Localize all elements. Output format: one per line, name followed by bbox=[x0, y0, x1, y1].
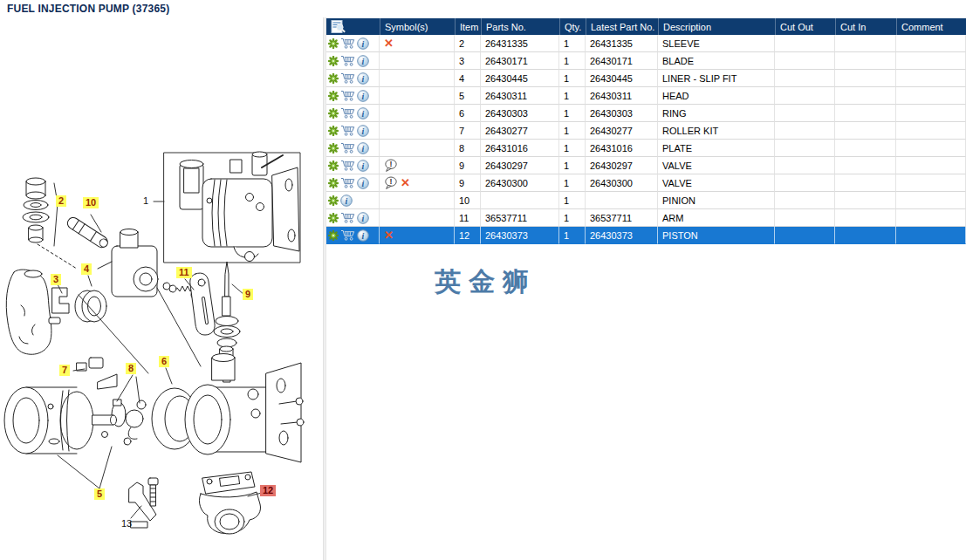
cell-cut-out bbox=[775, 105, 835, 122]
table-row[interactable]: i✕226431335126431335SLEEVE bbox=[326, 35, 966, 52]
info-icon[interactable]: i bbox=[357, 229, 369, 242]
column-header-latest-part-no-[interactable]: Latest Part No. bbox=[586, 18, 658, 35]
cell-parts-no: 26430445 bbox=[481, 70, 559, 87]
gear-icon[interactable] bbox=[328, 213, 339, 223]
column-header-item[interactable]: Item bbox=[455, 18, 481, 35]
diagram-callout-4[interactable]: 4 bbox=[81, 263, 92, 275]
diagram-callout-7[interactable]: 7 bbox=[59, 365, 70, 376]
info-icon[interactable]: i bbox=[357, 177, 369, 189]
cell-parts-no: 26430373 bbox=[481, 227, 559, 244]
gear-icon[interactable] bbox=[328, 143, 339, 154]
details-doc-magnifier-icon bbox=[331, 20, 346, 33]
cell-parts-no bbox=[481, 192, 559, 209]
cell-cut-in bbox=[835, 227, 896, 244]
gear-icon[interactable] bbox=[328, 56, 339, 66]
cell-symbols bbox=[380, 70, 455, 87]
table-row[interactable]: i !✕926430300126430300VALVE bbox=[326, 174, 966, 192]
svg-text:i: i bbox=[362, 108, 365, 118]
table-row[interactable]: i !926430297126430297VALVE bbox=[326, 157, 966, 174]
cell-latest-part-no: 26430445 bbox=[586, 70, 658, 87]
cart-icon[interactable] bbox=[340, 90, 355, 101]
cart-icon[interactable] bbox=[340, 125, 355, 136]
cell-comment bbox=[896, 122, 966, 140]
diagram-callout-5[interactable]: 5 bbox=[94, 488, 105, 500]
info-icon[interactable]: i bbox=[357, 38, 369, 50]
info-icon[interactable]: i bbox=[357, 212, 369, 224]
cart-icon[interactable] bbox=[340, 229, 355, 241]
cart-icon[interactable] bbox=[340, 212, 355, 223]
column-header-details[interactable] bbox=[326, 18, 380, 35]
column-header-symbol-s-[interactable]: Symbol(s) bbox=[380, 18, 455, 35]
diagram-callout-10[interactable]: 10 bbox=[83, 197, 99, 208]
gear-icon[interactable] bbox=[328, 73, 339, 84]
cell-item: 6 bbox=[455, 105, 481, 122]
gear-icon[interactable] bbox=[328, 126, 339, 136]
info-icon[interactable]: i bbox=[357, 90, 369, 102]
table-row[interactable]: i✕1226430373126430373PISTON bbox=[326, 227, 966, 244]
column-header-cut-out[interactable]: Cut Out bbox=[775, 18, 835, 35]
cart-icon[interactable] bbox=[340, 55, 355, 66]
info-icon[interactable]: i bbox=[357, 125, 369, 137]
table-row[interactable]: i826431016126431016PLATE bbox=[326, 140, 966, 157]
cell-symbols bbox=[380, 140, 455, 157]
gear-icon[interactable] bbox=[328, 178, 339, 188]
info-icon[interactable]: i bbox=[357, 142, 369, 154]
cart-icon[interactable] bbox=[340, 142, 355, 154]
cell-description: ROLLER KIT bbox=[658, 122, 775, 140]
info-icon[interactable]: i bbox=[357, 55, 369, 67]
cell-parts-no: 36537711 bbox=[481, 209, 559, 227]
cell-cut-in bbox=[835, 105, 896, 122]
row-action-icons: i bbox=[326, 140, 380, 157]
column-header-qty-[interactable]: Qty. bbox=[559, 18, 586, 35]
table-row[interactable]: i526430311126430311HEAD bbox=[326, 87, 966, 105]
column-header-description[interactable]: Description bbox=[658, 18, 775, 35]
table-row[interactable]: i726430277126430277ROLLER KIT bbox=[326, 122, 966, 140]
cell-symbols bbox=[380, 209, 455, 227]
cell-qty: 1 bbox=[559, 70, 586, 87]
cart-icon[interactable] bbox=[340, 107, 355, 119]
cell-latest-part-no: 26431016 bbox=[586, 140, 658, 157]
diagram-callout-11[interactable]: 11 bbox=[176, 267, 192, 278]
table-row[interactable]: i426430445126430445LINER - SLIP FIT bbox=[326, 70, 966, 87]
column-header-parts-no-[interactable]: Parts No. bbox=[481, 18, 559, 35]
table-row[interactable]: i626430303126430303RING bbox=[326, 105, 966, 122]
gear-icon[interactable] bbox=[328, 160, 339, 171]
cell-comment bbox=[896, 140, 966, 157]
column-header-comment[interactable]: Comment bbox=[896, 18, 966, 35]
cell-cut-in bbox=[835, 157, 896, 174]
cart-icon[interactable] bbox=[340, 72, 355, 84]
table-row[interactable]: i1136537711136537711ARM bbox=[326, 209, 966, 227]
diagram-callout-2[interactable]: 2 bbox=[56, 195, 66, 207]
cell-item: 2 bbox=[455, 35, 481, 52]
gear-icon[interactable] bbox=[328, 195, 339, 206]
cell-item: 10 bbox=[455, 192, 481, 209]
gear-icon[interactable] bbox=[328, 38, 339, 49]
diagram-callout-12[interactable]: 12 bbox=[260, 485, 276, 496]
diagram-callout-9[interactable]: 9 bbox=[243, 289, 253, 300]
table-row[interactable]: i326430171126430171BLADE bbox=[326, 52, 966, 70]
svg-text:i: i bbox=[362, 143, 365, 153]
cell-latest-part-no: 26430277 bbox=[586, 122, 658, 140]
cell-parts-no: 26430297 bbox=[481, 157, 559, 174]
table-row[interactable]: i101PINION bbox=[326, 192, 966, 209]
diagram-callout-8[interactable]: 8 bbox=[126, 363, 136, 374]
cart-icon[interactable] bbox=[340, 160, 355, 171]
info-icon[interactable]: i bbox=[340, 195, 353, 207]
column-header-cut-in[interactable]: Cut In bbox=[835, 18, 896, 35]
cart-icon[interactable] bbox=[340, 177, 355, 188]
info-icon[interactable]: i bbox=[357, 160, 369, 172]
cell-latest-part-no: 26430297 bbox=[586, 157, 658, 174]
cell-symbols: ✕ bbox=[380, 35, 455, 52]
info-icon[interactable]: i bbox=[357, 72, 369, 85]
info-icon[interactable]: i bbox=[357, 107, 369, 120]
cell-item: 9 bbox=[455, 174, 481, 192]
diagram-callout-3[interactable]: 3 bbox=[51, 274, 61, 285]
cell-cut-in bbox=[835, 87, 896, 105]
cell-description: VALVE bbox=[658, 157, 775, 174]
page-title: FUEL INJECTION PUMP (37365) bbox=[7, 3, 169, 15]
gear-icon[interactable] bbox=[328, 91, 339, 101]
cart-icon[interactable] bbox=[340, 38, 355, 49]
diagram-callout-6[interactable]: 6 bbox=[159, 356, 169, 367]
gear-icon[interactable] bbox=[328, 230, 339, 241]
gear-icon[interactable] bbox=[328, 108, 339, 119]
